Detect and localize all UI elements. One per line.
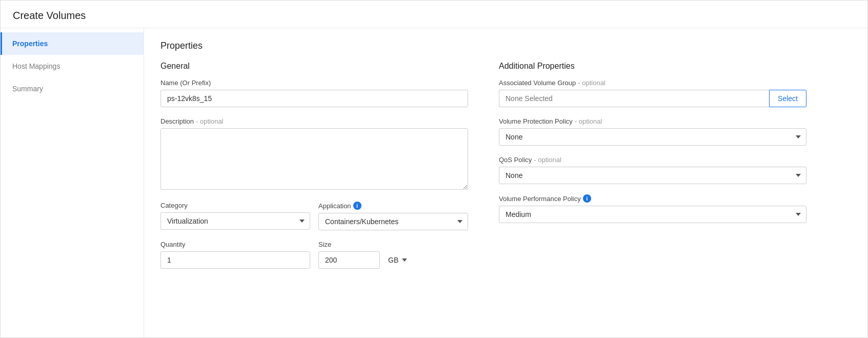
qos-label: QoS Policy - optional bbox=[499, 156, 806, 164]
vol-perf-info-icon[interactable]: i bbox=[583, 194, 591, 203]
application-label: Application i bbox=[318, 202, 468, 210]
name-input[interactable] bbox=[160, 90, 468, 107]
general-title: General bbox=[160, 62, 468, 71]
application-select[interactable]: Containers/Kubernetes VMware Hyper-V Oth… bbox=[318, 213, 468, 230]
description-input[interactable] bbox=[160, 128, 468, 190]
name-label: Name (Or Prefix) bbox=[160, 79, 468, 87]
properties-section-title: Properties bbox=[160, 41, 851, 51]
additional-section: Additional Properties Associated Volume … bbox=[499, 62, 806, 279]
size-unit-select[interactable]: GB TB MB bbox=[384, 252, 409, 268]
sidebar-item-properties-label: Properties bbox=[12, 39, 48, 48]
category-label: Category bbox=[160, 202, 310, 209]
additional-title: Additional Properties bbox=[499, 62, 806, 71]
category-field-group: Category Virtualization Database File Sy… bbox=[160, 202, 310, 230]
sidebar-item-properties[interactable]: Properties bbox=[1, 32, 144, 55]
description-field-group: Description - optional bbox=[160, 117, 468, 191]
quantity-size-row: Quantity Size GB TB MB bbox=[160, 241, 468, 279]
size-input[interactable] bbox=[318, 251, 380, 269]
assoc-vol-row: Select bbox=[499, 90, 806, 107]
quantity-label: Quantity bbox=[160, 241, 310, 248]
description-label: Description - optional bbox=[160, 117, 468, 125]
vol-perf-label: Volume Performance Policy i bbox=[499, 194, 806, 203]
application-info-icon[interactable]: i bbox=[353, 202, 361, 210]
size-row: GB TB MB bbox=[318, 251, 468, 269]
qos-select[interactable]: None Low Medium High bbox=[499, 167, 806, 184]
application-field-group: Application i Containers/Kubernetes VMwa… bbox=[318, 202, 468, 230]
size-label: Size bbox=[318, 241, 468, 248]
page-wrapper: Create Volumes Properties Host Mappings … bbox=[0, 0, 868, 338]
two-col-layout: General Name (Or Prefix) Description - o… bbox=[160, 62, 851, 279]
main-content: Properties General Name (Or Prefix) bbox=[144, 28, 867, 337]
page-title: Create Volumes bbox=[1, 1, 867, 28]
category-select[interactable]: Virtualization Database File System Emai… bbox=[160, 212, 310, 230]
sidebar-item-host-mappings-label: Host Mappings bbox=[12, 62, 60, 70]
vol-protection-field-group: Volume Protection Policy - optional None… bbox=[499, 117, 806, 146]
content-area: Properties Host Mappings Summary Propert… bbox=[1, 28, 867, 337]
sidebar-item-host-mappings[interactable]: Host Mappings bbox=[1, 55, 144, 77]
qos-field-group: QoS Policy - optional None Low Medium Hi… bbox=[499, 156, 806, 184]
general-section: General Name (Or Prefix) Description - o… bbox=[160, 62, 468, 279]
select-button[interactable]: Select bbox=[769, 90, 806, 107]
vol-protection-label: Volume Protection Policy - optional bbox=[499, 117, 806, 125]
assoc-vol-group-label: Associated Volume Group - optional bbox=[499, 79, 806, 87]
assoc-vol-input[interactable] bbox=[499, 90, 769, 107]
vol-perf-select[interactable]: Low Medium High bbox=[499, 206, 806, 223]
vol-protection-select[interactable]: None Policy1 Policy2 bbox=[499, 128, 806, 146]
vol-perf-field-group: Volume Performance Policy i Low Medium H… bbox=[499, 194, 806, 223]
sidebar-item-summary-label: Summary bbox=[12, 85, 43, 93]
size-field-group: Size GB TB MB bbox=[318, 241, 468, 269]
category-application-row: Category Virtualization Database File Sy… bbox=[160, 202, 468, 241]
assoc-vol-group-field-group: Associated Volume Group - optional Selec… bbox=[499, 79, 806, 107]
sidebar: Properties Host Mappings Summary bbox=[1, 28, 144, 337]
sidebar-item-summary[interactable]: Summary bbox=[1, 77, 144, 100]
quantity-field-group: Quantity bbox=[160, 241, 310, 269]
name-field-group: Name (Or Prefix) bbox=[160, 79, 468, 107]
quantity-input[interactable] bbox=[160, 251, 310, 269]
